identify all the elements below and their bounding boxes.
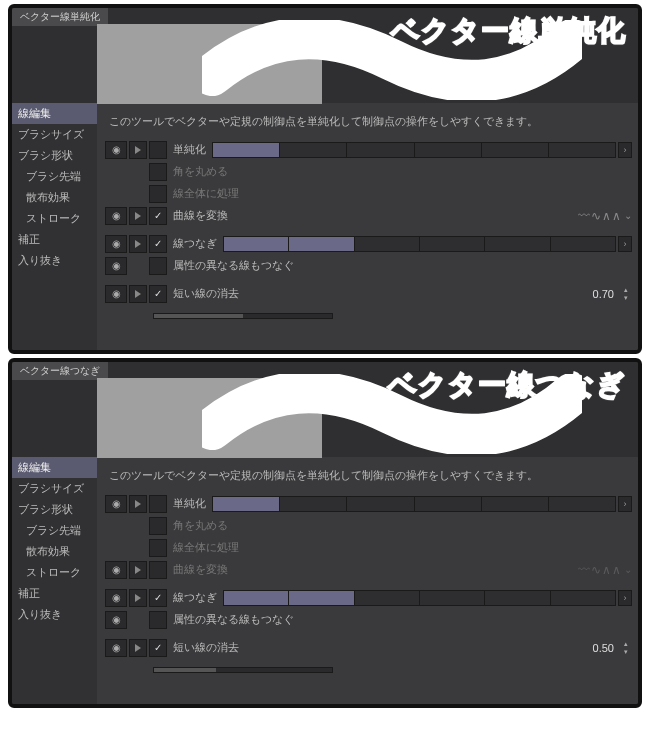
preview-canvas <box>97 378 322 458</box>
slider-more-button[interactable]: › <box>618 236 632 252</box>
tool-panel-connect: ベクター線つなぎ ベクター線つなぎ 線編集 ブラシサイズ ブラシ形状 ブラシ先端… <box>8 358 642 708</box>
expand-toggle[interactable] <box>129 589 147 607</box>
option-row-connect: ◉ 線つなぎ › <box>105 234 632 254</box>
checkbox-connect-diff-attr[interactable] <box>149 257 167 275</box>
value-erase-short: 0.70 <box>593 288 614 300</box>
tool-description: このツールでベクターや定規の制御点を単純化して制御点の操作をしやすくできます。 <box>105 109 632 140</box>
checkbox-simplify[interactable] <box>149 495 167 513</box>
slider-connect[interactable] <box>223 590 616 606</box>
slider-connect[interactable] <box>223 236 616 252</box>
sidebar-item[interactable]: 補正 <box>12 229 97 250</box>
checkbox-round-corner[interactable] <box>149 163 167 181</box>
label-connect: 線つなぎ <box>173 236 217 251</box>
label-convert-curve: 曲線を変換 <box>173 208 228 223</box>
visibility-toggle[interactable]: ◉ <box>105 141 127 159</box>
preview-area: ベクター線つなぎ ベクター線つなぎ <box>12 362 638 457</box>
label-round-corner: 角を丸める <box>173 518 228 533</box>
preview-area: ベクター線単純化 ベクター線単純化 <box>12 8 638 103</box>
sidebar-tab-active[interactable]: 線編集 <box>12 457 97 478</box>
visibility-toggle[interactable]: ◉ <box>105 561 127 579</box>
expand-toggle[interactable] <box>129 495 147 513</box>
tool-description: このツールでベクターや定規の制御点を単純化して制御点の操作をしやすくできます。 <box>105 463 632 494</box>
sidebar-item[interactable]: ブラシ先端 <box>12 520 97 541</box>
slider-erase-short[interactable] <box>153 313 333 319</box>
checkbox-erase-short[interactable] <box>149 285 167 303</box>
headline-label: ベクター線単純化 <box>391 12 626 50</box>
slider-simplify[interactable] <box>212 142 616 158</box>
settings-pane: このツールでベクターや定規の制御点を単純化して制御点の操作をしやすくできます。 … <box>97 103 638 350</box>
sidebar-item[interactable]: ブラシ形状 <box>12 145 97 166</box>
sidebar-item[interactable]: ブラシサイズ <box>12 478 97 499</box>
curve-type-icons[interactable]: 〰∿∧∧⌄ <box>578 563 632 577</box>
preview-title: ベクター線単純化 <box>12 8 108 26</box>
preview-canvas <box>97 24 322 104</box>
sidebar-item[interactable]: 入り抜き <box>12 604 97 625</box>
slider-more-button[interactable]: › <box>618 590 632 606</box>
checkbox-round-corner[interactable] <box>149 517 167 535</box>
value-spinner[interactable]: ▴▾ <box>620 286 632 302</box>
checkbox-convert-curve[interactable] <box>149 561 167 579</box>
slider-more-button[interactable]: › <box>618 142 632 158</box>
headline-label: ベクター線つなぎ <box>388 366 626 404</box>
checkbox-connect[interactable] <box>149 235 167 253</box>
expand-toggle[interactable] <box>129 235 147 253</box>
sidebar-item[interactable]: ブラシ先端 <box>12 166 97 187</box>
label-connect-diff-attr: 属性の異なる線もつなぐ <box>173 612 294 627</box>
category-sidebar: 線編集 ブラシサイズ ブラシ形状 ブラシ先端 散布効果 ストローク 補正 入り抜… <box>12 457 97 704</box>
sidebar-item[interactable]: ストローク <box>12 208 97 229</box>
checkbox-whole-line[interactable] <box>149 185 167 203</box>
sidebar-item[interactable]: 入り抜き <box>12 250 97 271</box>
sidebar-item[interactable]: 散布効果 <box>12 541 97 562</box>
label-convert-curve: 曲線を変換 <box>173 562 228 577</box>
settings-pane: このツールでベクターや定規の制御点を単純化して制御点の操作をしやすくできます。 … <box>97 457 638 704</box>
category-sidebar: 線編集 ブラシサイズ ブラシ形状 ブラシ先端 散布効果 ストローク 補正 入り抜… <box>12 103 97 350</box>
visibility-toggle[interactable]: ◉ <box>105 611 127 629</box>
value-erase-short: 0.50 <box>593 642 614 654</box>
checkbox-erase-short[interactable] <box>149 639 167 657</box>
expand-toggle[interactable] <box>129 639 147 657</box>
label-simplify: 単純化 <box>173 142 206 157</box>
visibility-toggle[interactable]: ◉ <box>105 495 127 513</box>
checkbox-connect-diff-attr[interactable] <box>149 611 167 629</box>
preview-title: ベクター線つなぎ <box>12 362 108 380</box>
label-connect: 線つなぎ <box>173 590 217 605</box>
visibility-toggle[interactable]: ◉ <box>105 235 127 253</box>
visibility-toggle[interactable]: ◉ <box>105 207 127 225</box>
slider-simplify[interactable] <box>212 496 616 512</box>
label-erase-short: 短い線の消去 <box>173 640 239 655</box>
label-whole-line: 線全体に処理 <box>173 540 239 555</box>
expand-toggle[interactable] <box>129 561 147 579</box>
label-simplify: 単純化 <box>173 496 206 511</box>
checkbox-connect[interactable] <box>149 589 167 607</box>
sidebar-tab-active[interactable]: 線編集 <box>12 103 97 124</box>
label-connect-diff-attr: 属性の異なる線もつなぐ <box>173 258 294 273</box>
visibility-toggle[interactable]: ◉ <box>105 589 127 607</box>
expand-toggle[interactable] <box>129 285 147 303</box>
expand-toggle[interactable] <box>129 207 147 225</box>
label-whole-line: 線全体に処理 <box>173 186 239 201</box>
sidebar-item[interactable]: 散布効果 <box>12 187 97 208</box>
slider-erase-short[interactable] <box>153 667 333 673</box>
visibility-toggle[interactable]: ◉ <box>105 639 127 657</box>
sidebar-item[interactable]: ストローク <box>12 562 97 583</box>
tool-panel-simplify: ベクター線単純化 ベクター線単純化 線編集 ブラシサイズ ブラシ形状 ブラシ先端… <box>8 4 642 354</box>
sidebar-item[interactable]: 補正 <box>12 583 97 604</box>
option-row-simplify: ◉ 単純化 › <box>105 494 632 514</box>
checkbox-convert-curve[interactable] <box>149 207 167 225</box>
sidebar-item[interactable]: ブラシサイズ <box>12 124 97 145</box>
visibility-toggle[interactable]: ◉ <box>105 257 127 275</box>
visibility-toggle[interactable]: ◉ <box>105 285 127 303</box>
option-row-connect: ◉ 線つなぎ › <box>105 588 632 608</box>
option-row-simplify: ◉ 単純化 › <box>105 140 632 160</box>
value-spinner[interactable]: ▴▾ <box>620 640 632 656</box>
label-erase-short: 短い線の消去 <box>173 286 239 301</box>
sidebar-item[interactable]: ブラシ形状 <box>12 499 97 520</box>
curve-type-icons[interactable]: 〰∿∧∧⌄ <box>578 209 632 223</box>
checkbox-whole-line[interactable] <box>149 539 167 557</box>
label-round-corner: 角を丸める <box>173 164 228 179</box>
expand-toggle[interactable] <box>129 141 147 159</box>
checkbox-simplify[interactable] <box>149 141 167 159</box>
slider-more-button[interactable]: › <box>618 496 632 512</box>
